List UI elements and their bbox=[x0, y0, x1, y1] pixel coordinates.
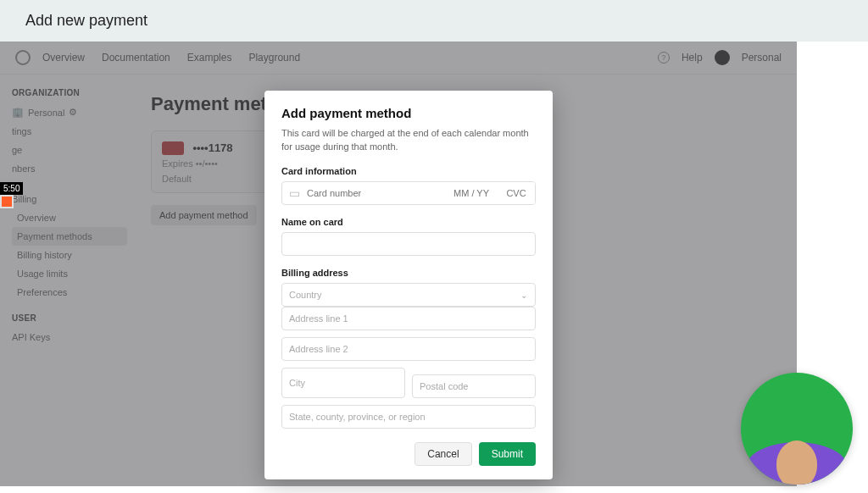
submit-button[interactable]: Submit bbox=[479, 442, 536, 466]
postal-code-input[interactable] bbox=[412, 374, 536, 398]
presenter-head bbox=[776, 440, 817, 485]
page-banner-title: Add new payment bbox=[0, 0, 868, 42]
recording-timer-widget: 5:50 bbox=[0, 182, 23, 208]
card-input-row: ▭ bbox=[281, 181, 536, 205]
billing-address-label: Billing address bbox=[281, 268, 536, 278]
credit-card-icon: ▭ bbox=[282, 182, 300, 204]
card-info-label: Card information bbox=[281, 166, 536, 176]
address-line-2-input[interactable] bbox=[281, 337, 536, 361]
presenter-webcam bbox=[741, 373, 853, 485]
card-number-input[interactable] bbox=[300, 182, 445, 204]
recording-stop-icon[interactable] bbox=[0, 195, 14, 208]
card-cvc-input[interactable] bbox=[498, 182, 535, 204]
name-on-card-label: Name on card bbox=[281, 217, 536, 227]
country-select[interactable] bbox=[281, 283, 536, 307]
city-input[interactable] bbox=[281, 368, 405, 398]
cancel-button[interactable]: Cancel bbox=[415, 442, 471, 466]
recording-timer: 5:50 bbox=[0, 182, 23, 195]
app-window: Overview Documentation Examples Playgrou… bbox=[0, 42, 797, 486]
modal-description: This card will be charged at the end of … bbox=[281, 127, 536, 154]
name-on-card-input[interactable] bbox=[281, 232, 536, 256]
modal-title: Add payment method bbox=[281, 106, 536, 120]
address-line-1-input[interactable] bbox=[281, 307, 536, 330]
add-payment-modal: Add payment method This card will be cha… bbox=[264, 91, 553, 479]
card-expiry-input[interactable] bbox=[445, 182, 498, 204]
state-region-input[interactable] bbox=[281, 405, 536, 429]
